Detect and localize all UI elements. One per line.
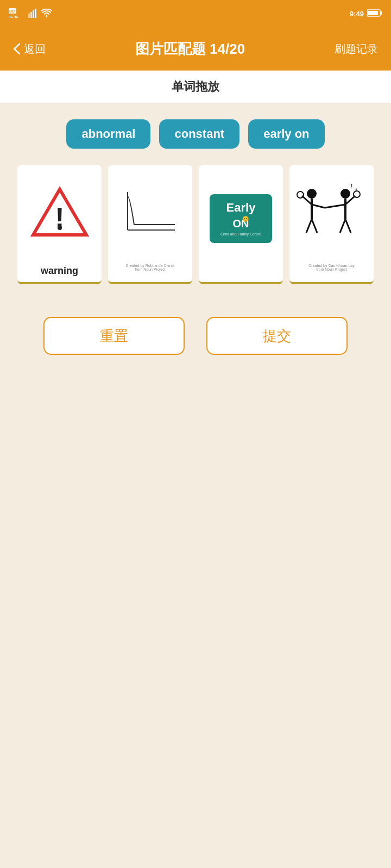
svg-point-24	[340, 189, 350, 199]
card-earlyon[interactable]: Early ON😊 Child and Family Centre	[199, 165, 283, 284]
svg-line-20	[312, 205, 325, 208]
card-graph-image	[108, 165, 192, 263]
cards-area: ! warning Created by Robbie de Clerckfro…	[0, 159, 391, 295]
svg-rect-5	[30, 12, 32, 18]
signal-icon	[28, 8, 39, 19]
svg-line-22	[312, 219, 317, 233]
word-chip-constant[interactable]: constant	[159, 119, 239, 149]
svg-point-14	[58, 226, 62, 230]
back-label: 返回	[24, 42, 46, 56]
submit-button[interactable]: 提交	[206, 317, 348, 355]
svg-text:HD: HD	[9, 9, 15, 13]
svg-text:4G: 4G	[14, 15, 18, 18]
card-robbery-label	[289, 272, 374, 282]
section-title-bar: 单词拖放	[0, 71, 391, 103]
record-button[interactable]: 刷题记录	[335, 42, 378, 56]
svg-rect-9	[381, 11, 382, 15]
battery-icon	[367, 9, 382, 18]
card-graph-credit: Created by Robbie de Clerckfrom Noun Pro…	[124, 263, 177, 272]
reset-button[interactable]: 重置	[43, 317, 185, 355]
earlyon-early-text: Early	[226, 202, 256, 214]
svg-point-17	[307, 189, 317, 199]
back-button[interactable]: 返回	[13, 42, 46, 56]
word-chip-abnormal[interactable]: abnormal	[66, 119, 150, 149]
card-warning[interactable]: ! warning	[17, 165, 102, 284]
svg-text:*: *	[355, 188, 357, 194]
hd-indicator: HD 4G 4G	[9, 7, 26, 20]
card-earlyon-label	[199, 272, 283, 282]
word-chip-earlyon[interactable]: early on	[248, 119, 324, 149]
card-earlyon-image: Early ON😊 Child and Family Centre	[199, 165, 283, 272]
svg-rect-7	[35, 9, 36, 18]
svg-line-26	[325, 205, 345, 208]
svg-rect-4	[28, 14, 30, 18]
wifi-icon	[41, 9, 52, 18]
card-robbery-credit: Created by Cao Khoan Layfrom Noun Projec…	[306, 263, 356, 272]
svg-text:4G: 4G	[9, 15, 13, 18]
card-graph-label	[108, 272, 192, 282]
app-header: 返回 图片匹配题 14/20 刷题记录	[0, 27, 391, 71]
page-title: 图片匹配题 14/20	[135, 40, 245, 59]
card-robbery[interactable]: ! * Created by Cao Khoan Layfrom Noun Pr…	[289, 165, 374, 284]
time-display: 9:49	[350, 10, 364, 18]
word-bank: abnormal constant early on	[0, 103, 391, 159]
svg-line-28	[340, 219, 345, 233]
card-warning-label: warning	[17, 261, 102, 282]
action-buttons: 重置 提交	[0, 295, 391, 371]
earlyon-on-text: ON😊	[232, 214, 249, 230]
bottom-fill	[0, 371, 391, 805]
section-title: 单词拖放	[172, 79, 219, 95]
card-warning-image: !	[17, 165, 102, 261]
earlyon-subtitle-text: Child and Family Centre	[220, 232, 261, 236]
card-graph[interactable]: Created by Robbie de Clerckfrom Noun Pro…	[108, 165, 192, 284]
svg-text:!: !	[351, 184, 352, 190]
status-bar: HD 4G 4G 9:49	[0, 0, 391, 27]
svg-point-23	[297, 192, 304, 198]
status-left: HD 4G 4G	[9, 7, 52, 20]
svg-rect-10	[368, 11, 378, 15]
svg-line-29	[345, 219, 351, 233]
card-robbery-image: ! *	[289, 165, 374, 263]
status-right: 9:49	[350, 9, 382, 18]
svg-line-21	[306, 219, 312, 233]
svg-rect-6	[33, 10, 34, 18]
